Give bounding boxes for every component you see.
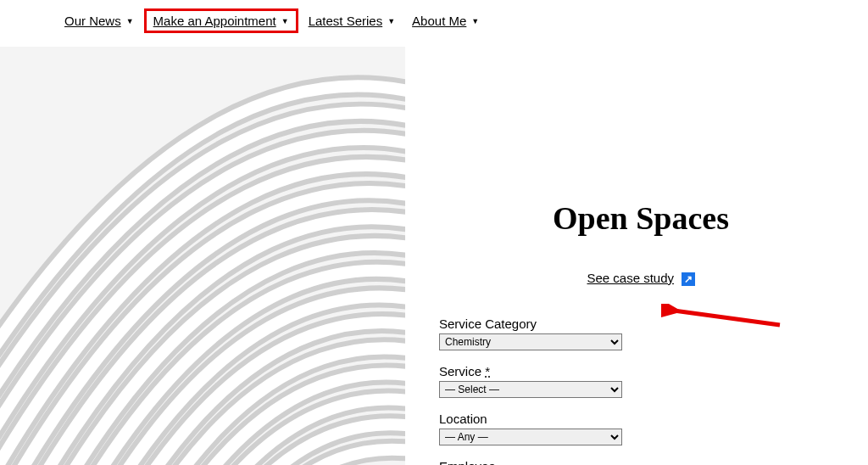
location-label: Location (439, 412, 843, 426)
external-link-icon: ↗ (682, 272, 695, 286)
chevron-down-icon: ▼ (471, 17, 479, 25)
chevron-down-icon: ▼ (126, 17, 134, 25)
page-title: Open Spaces (473, 199, 809, 237)
employee-group: Employee — Any — (439, 459, 843, 465)
chevron-down-icon: ▼ (387, 17, 395, 25)
nav-item-about-me[interactable]: About Me ▼ (405, 8, 486, 33)
nav-label: About Me (412, 14, 466, 28)
service-category-group: Service Category Chemistry (439, 317, 843, 350)
employee-label: Employee (439, 459, 843, 465)
required-indicator: * (485, 364, 490, 378)
service-category-select[interactable]: Chemistry (439, 333, 622, 350)
nav-item-latest-series[interactable]: Latest Series ▼ (302, 8, 402, 33)
nav-label: Our News (64, 14, 121, 28)
nav-item-make-appointment[interactable]: Make an Appointment ▼ (144, 8, 298, 33)
hero-image (0, 47, 405, 465)
chevron-down-icon: ▼ (281, 17, 289, 25)
service-label: Service * (439, 364, 843, 378)
case-study-link[interactable]: See case study (587, 271, 674, 285)
case-study-link-wrap: See case study ↗ (473, 271, 809, 286)
appointment-form: Service Category Chemistry Service * — S… (439, 317, 843, 465)
service-category-label: Service Category (439, 317, 843, 331)
location-select[interactable]: — Any — (439, 429, 622, 445)
content-row: Open Spaces See case study ↗ Service Cat… (0, 47, 868, 465)
nav-item-our-news[interactable]: Our News ▼ (58, 8, 141, 33)
nav-label: Latest Series (309, 14, 383, 28)
service-select[interactable]: — Select — (439, 381, 622, 398)
service-group: Service * — Select — (439, 364, 843, 398)
nav-label: Make an Appointment (153, 14, 276, 28)
location-group: Location — Any — (439, 412, 843, 445)
hero-right: Open Spaces See case study ↗ Service Cat… (405, 47, 868, 465)
top-navigation: Our News ▼ Make an Appointment ▼ Latest … (0, 0, 868, 42)
